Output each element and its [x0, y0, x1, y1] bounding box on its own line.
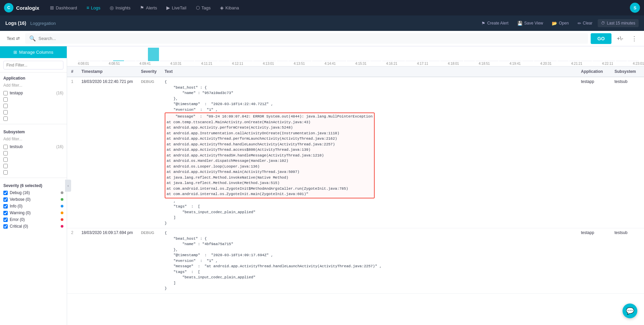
sidebar-item-testapp[interactable]: testapp (16)	[0, 90, 67, 96]
more-options-button[interactable]: ⋮	[629, 34, 640, 44]
log-text: { "beat_host" : { "name" : "4bf9aa75a715…	[161, 228, 577, 294]
table-row[interactable]: 218/03/2020 16:09:17.694 pmDEBUG{ "beat_…	[67, 228, 644, 294]
sidebar-divider-2	[0, 178, 67, 178]
chart-bar	[101, 61, 112, 61]
search-input[interactable]	[39, 36, 584, 41]
chat-support-button[interactable]: 💬	[623, 304, 637, 318]
nav-tags[interactable]: ⬡ Tags	[192, 3, 215, 12]
chart-bar	[288, 61, 300, 61]
col-application: Application	[577, 66, 610, 77]
brand-logo[interactable]: C Coralogix	[4, 3, 39, 12]
sub-empty-checkbox-2[interactable]	[3, 157, 8, 162]
nav-insights[interactable]: ◎ Insights	[106, 3, 135, 12]
find-filter-input[interactable]	[3, 61, 63, 69]
log-table-wrapper: # Timestamp Severity Text Application Su…	[67, 66, 644, 325]
sidebar-sub-empty-3	[0, 163, 67, 169]
go-button[interactable]: GO	[591, 33, 611, 44]
severity-verbose-checkbox[interactable]	[3, 197, 8, 202]
chart-bar	[487, 61, 498, 61]
sidebar-item-empty-1	[0, 96, 67, 103]
chart-bar	[335, 61, 346, 61]
severity-verbose[interactable]: Verbose (0)	[0, 196, 67, 203]
content-area: 4:08:01 4:08:51 4:09:41 4:10:31 4:11:21 …	[67, 46, 644, 325]
empty-checkbox-4[interactable]	[3, 117, 8, 121]
secondbar: Logs (16) Loggregation ⚑ Create Alert 💾 …	[0, 15, 644, 31]
open-icon: 📂	[552, 21, 557, 26]
user-avatar[interactable]: S	[630, 3, 640, 13]
clear-button[interactable]: ✏ Clear	[574, 19, 596, 28]
nav-dashboard[interactable]: ⊞ Dashboard	[46, 3, 81, 12]
empty-checkbox-3[interactable]	[3, 110, 8, 114]
nav-livetail[interactable]: ▶ LiveTail	[162, 3, 190, 12]
sidebar: ⊞ Manage Columns Application Add filter.…	[0, 46, 67, 325]
severity-debug-checkbox[interactable]	[3, 191, 8, 195]
open-button[interactable]: 📂 Open	[548, 19, 572, 28]
severity-error-checkbox[interactable]	[3, 218, 8, 222]
manage-columns-button[interactable]: ⊞ Manage Columns	[0, 46, 67, 58]
sidebar-item-empty-3	[0, 109, 67, 115]
text-toggle[interactable]: Text ⇄	[4, 35, 22, 42]
severity-warning-checkbox[interactable]	[3, 211, 8, 215]
chart-bar	[546, 61, 557, 61]
top-navigation: C Coralogix ⊞ Dashboard ≡ Logs ◎ Insight…	[0, 0, 644, 15]
logs-icon: ≡	[87, 5, 89, 10]
chart-bar	[148, 48, 159, 61]
info-dot	[61, 205, 63, 207]
chart-bar	[593, 61, 604, 61]
nav-logs-label: Logs	[91, 5, 100, 10]
chart-bar	[90, 61, 101, 61]
severity-critical-checkbox[interactable]	[3, 224, 8, 229]
clear-icon: ✏	[578, 21, 581, 26]
time-range-button[interactable]: ⏱ Last 15 minutes	[598, 19, 639, 27]
log-subsystem: testsub	[610, 228, 644, 294]
nav-logs[interactable]: ≡ Logs	[83, 3, 104, 12]
clear-label: Clear	[583, 21, 593, 26]
log-table-body: 118/03/2020 16:22:40.721 pmDEBUG{ "beat_…	[67, 77, 644, 293]
nav-alerts[interactable]: ⚑ Alerts	[136, 3, 161, 12]
save-view-button[interactable]: 💾 Save View	[514, 19, 546, 28]
testsub-label: testsub	[10, 144, 23, 149]
log-table: # Timestamp Severity Text Application Su…	[67, 66, 644, 294]
sub-empty-checkbox-3[interactable]	[3, 164, 8, 168]
empty-checkbox-1[interactable]	[3, 97, 8, 102]
severity-info-checkbox[interactable]	[3, 204, 8, 208]
create-alert-label: Create Alert	[487, 21, 508, 26]
collapse-sidebar-button[interactable]: ‹	[65, 180, 71, 192]
chart-bar	[511, 61, 522, 61]
sub-empty-checkbox-1[interactable]	[3, 151, 8, 155]
application-add-filter[interactable]: Add filter...	[0, 82, 67, 90]
col-text: Text	[161, 66, 577, 77]
error-dot	[61, 218, 63, 221]
nav-tags-label: Tags	[202, 5, 211, 10]
chart-bar	[160, 61, 171, 61]
sub-empty-checkbox-4[interactable]	[3, 170, 8, 175]
nav-dashboard-label: Dashboard	[56, 5, 77, 10]
subsystem-add-filter[interactable]: Add filter...	[0, 136, 67, 143]
severity-error[interactable]: Error (0)	[0, 216, 67, 223]
table-row[interactable]: 118/03/2020 16:22:40.721 pmDEBUG{ "beat_…	[67, 77, 644, 228]
testsub-checkbox[interactable]	[3, 145, 8, 149]
chart-bar	[569, 61, 580, 61]
severity-info[interactable]: Info (0)	[0, 203, 67, 210]
topnav-right: S	[630, 3, 640, 13]
plusminus-button[interactable]: +\-	[614, 34, 626, 43]
time-range-icon: ⏱	[601, 21, 605, 26]
empty-checkbox-2[interactable]	[3, 104, 8, 108]
nav-livetail-label: LiveTail	[172, 5, 186, 10]
chart-bar	[382, 61, 393, 61]
testapp-checkbox[interactable]	[3, 91, 8, 95]
severity-warning[interactable]: Warning (0)	[0, 210, 67, 216]
chart-bar	[312, 61, 323, 61]
open-label: Open	[559, 21, 569, 26]
chart-bar	[347, 61, 358, 61]
critical-dot	[61, 225, 63, 228]
testapp-count: (16)	[56, 91, 63, 95]
log-row-num: 2	[67, 228, 77, 294]
create-alert-button[interactable]: ⚑ Create Alert	[478, 19, 512, 28]
nav-kibana[interactable]: ◈ Kibana	[216, 3, 243, 12]
severity-critical[interactable]: Critical (0)	[0, 223, 67, 230]
severity-debug[interactable]: Debug (16)	[0, 189, 67, 196]
chart-bar	[581, 61, 592, 61]
chart-bar	[417, 61, 428, 61]
sidebar-item-testsub[interactable]: testsub (16)	[0, 143, 67, 150]
